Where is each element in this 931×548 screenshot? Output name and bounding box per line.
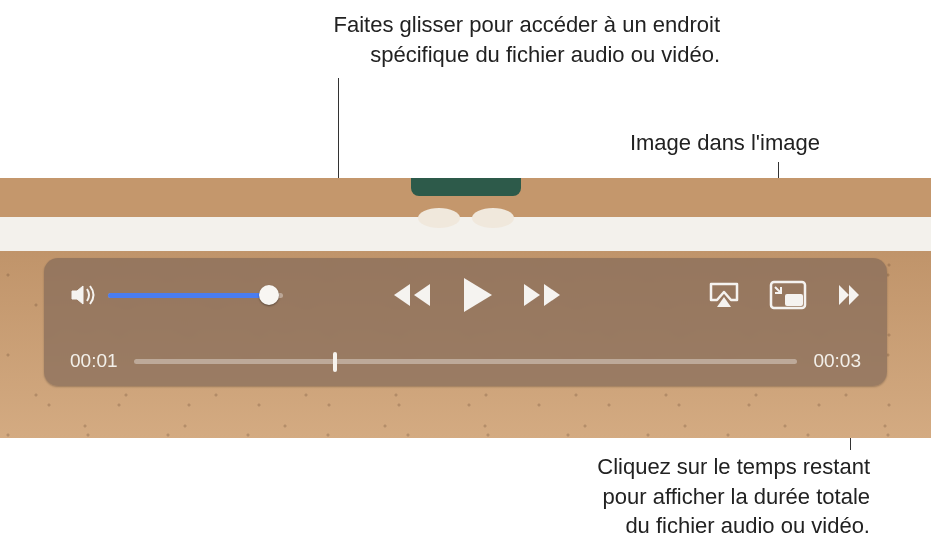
picture-in-picture-button[interactable] <box>769 280 807 310</box>
scrubber-track <box>134 359 798 364</box>
callout-remaining-text: Cliquez sur le temps restant pour affich… <box>597 454 870 538</box>
transport-controls <box>390 276 564 314</box>
playback-controls: 00:01 00:03 <box>44 258 887 386</box>
scrubber[interactable] <box>134 350 798 372</box>
volume-group <box>70 283 310 307</box>
video-figure <box>376 178 556 248</box>
remaining-time[interactable]: 00:03 <box>813 350 861 372</box>
callout-scrub: Faites glisser pour accéder à un endroit… <box>280 10 720 69</box>
volume-icon[interactable] <box>70 283 98 307</box>
play-button[interactable] <box>460 276 494 314</box>
callout-pip: Image dans l'image <box>560 128 820 158</box>
airplay-button[interactable] <box>707 281 741 309</box>
scrubber-playhead[interactable] <box>333 352 337 372</box>
expand-button[interactable] <box>835 282 861 308</box>
volume-knob[interactable] <box>259 285 279 305</box>
rewind-button[interactable] <box>390 280 434 310</box>
fast-forward-button[interactable] <box>520 280 564 310</box>
right-controls <box>707 280 861 310</box>
svg-rect-1 <box>785 294 803 306</box>
controls-row-top <box>70 276 861 314</box>
callout-scrub-text: Faites glisser pour accéder à un endroit… <box>334 12 720 67</box>
volume-slider[interactable] <box>108 285 283 305</box>
volume-fill <box>108 293 262 298</box>
current-time: 00:01 <box>70 350 118 372</box>
controls-row-bottom: 00:01 00:03 <box>70 350 861 372</box>
callout-remaining: Cliquez sur le temps restant pour affich… <box>520 452 870 541</box>
callout-pip-text: Image dans l'image <box>630 130 820 155</box>
